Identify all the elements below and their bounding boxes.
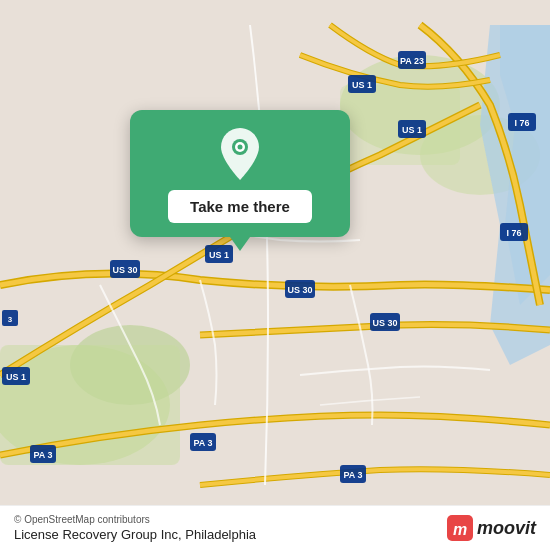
location-pin-icon <box>216 126 264 182</box>
map-container: I 76 US 1 US 1 US 30 US 30 US 30 US 1 PA… <box>0 0 550 550</box>
take-me-there-button[interactable]: Take me there <box>168 190 312 223</box>
svg-point-37 <box>238 145 243 150</box>
svg-text:I 76: I 76 <box>514 118 529 128</box>
svg-text:US 1: US 1 <box>402 125 422 135</box>
popup-card: Take me there <box>130 110 350 237</box>
svg-text:PA 3: PA 3 <box>193 438 212 448</box>
svg-text:US 1: US 1 <box>6 372 26 382</box>
svg-text:US 30: US 30 <box>372 318 397 328</box>
moovit-icon: m <box>447 515 473 541</box>
osm-attribution: © OpenStreetMap contributors <box>14 514 256 525</box>
svg-text:3: 3 <box>8 315 13 324</box>
svg-text:US 30: US 30 <box>287 285 312 295</box>
svg-text:US 1: US 1 <box>209 250 229 260</box>
bottom-bar: © OpenStreetMap contributors License Rec… <box>0 505 550 550</box>
svg-text:PA 3: PA 3 <box>33 450 52 460</box>
svg-text:US 1: US 1 <box>352 80 372 90</box>
moovit-text: moovit <box>477 518 536 539</box>
svg-text:US 30: US 30 <box>112 265 137 275</box>
svg-text:m: m <box>453 521 467 538</box>
svg-text:PA 23: PA 23 <box>400 56 424 66</box>
location-icon-wrap <box>214 128 266 180</box>
moovit-logo: m moovit <box>447 515 536 541</box>
map-background: I 76 US 1 US 1 US 30 US 30 US 30 US 1 PA… <box>0 0 550 550</box>
svg-text:I 76: I 76 <box>506 228 521 238</box>
svg-text:PA 3: PA 3 <box>343 470 362 480</box>
location-name: License Recovery Group Inc, Philadelphia <box>14 527 256 542</box>
bottom-info: © OpenStreetMap contributors License Rec… <box>14 514 256 542</box>
